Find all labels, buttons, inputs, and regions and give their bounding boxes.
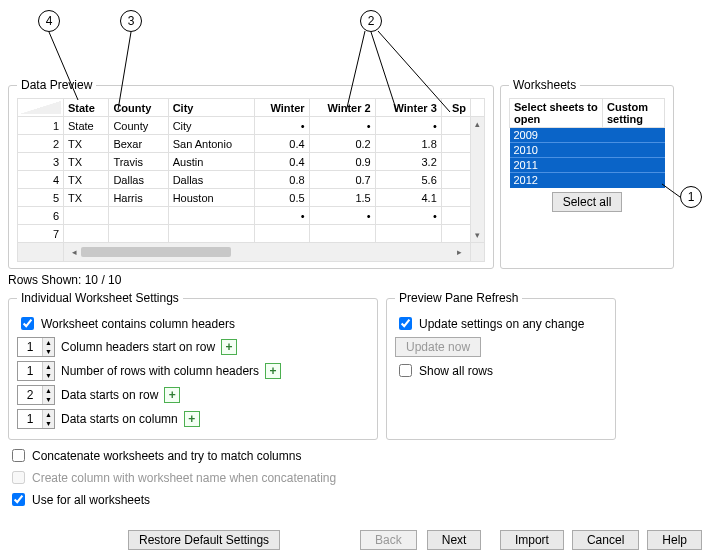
worksheet-name[interactable]: 2009 — [510, 128, 603, 143]
worksheet-custom[interactable] — [603, 128, 665, 143]
cell[interactable] — [441, 117, 470, 135]
cell[interactable] — [309, 225, 375, 243]
cell[interactable]: 1.5 — [309, 189, 375, 207]
plus-icon[interactable]: + — [184, 411, 200, 427]
row-number[interactable]: 5 — [18, 189, 64, 207]
worksheet-item[interactable]: 2010 — [510, 143, 665, 158]
cell[interactable]: • — [309, 117, 375, 135]
up-arrow-icon[interactable]: ▲ — [43, 386, 54, 395]
cell[interactable]: Harris — [109, 189, 168, 207]
data-start-col-input[interactable] — [18, 410, 42, 428]
cell[interactable]: Dallas — [168, 171, 254, 189]
cell[interactable]: 0.5 — [255, 189, 310, 207]
chevron-down-icon[interactable]: ▾ — [57, 106, 61, 115]
cell[interactable]: 0.2 — [309, 135, 375, 153]
cell[interactable] — [109, 207, 168, 225]
row-number[interactable]: 6 — [18, 207, 64, 225]
worksheet-custom[interactable] — [603, 158, 665, 173]
update-on-change-input[interactable] — [399, 317, 412, 330]
cell[interactable]: Bexar — [109, 135, 168, 153]
cell[interactable]: 3.2 — [375, 153, 441, 171]
cell[interactable] — [375, 225, 441, 243]
cell[interactable]: San Antonio — [168, 135, 254, 153]
scroll-left-icon[interactable]: ◂ — [70, 247, 79, 257]
cell[interactable] — [441, 171, 470, 189]
select-all-button[interactable]: Select all — [552, 192, 623, 212]
ws-col1[interactable]: Select sheets to open — [510, 99, 603, 128]
cancel-button[interactable]: Cancel — [572, 530, 639, 550]
down-arrow-icon[interactable]: ▼ — [43, 395, 54, 404]
worksheet-name[interactable]: 2011 — [510, 158, 603, 173]
cell[interactable]: 1.8 — [375, 135, 441, 153]
cell[interactable]: Travis — [109, 153, 168, 171]
row-number[interactable]: 3 — [18, 153, 64, 171]
down-arrow-icon[interactable]: ▼ — [43, 419, 54, 428]
cell[interactable]: County — [109, 117, 168, 135]
cell[interactable]: 5.6 — [375, 171, 441, 189]
worksheet-item[interactable]: 2011 — [510, 158, 665, 173]
plus-icon[interactable]: + — [221, 339, 237, 355]
cell[interactable]: • — [375, 207, 441, 225]
cell[interactable] — [441, 153, 470, 171]
concatenate-checkbox[interactable]: Concatenate worksheets and try to match … — [8, 446, 702, 465]
col-header-county[interactable]: County — [109, 99, 168, 117]
worksheet-item[interactable]: 2012 — [510, 173, 665, 188]
cell[interactable]: Houston — [168, 189, 254, 207]
cell[interactable]: • — [255, 117, 310, 135]
up-arrow-icon[interactable]: ▲ — [43, 338, 54, 347]
cell[interactable]: TX — [64, 189, 109, 207]
concatenate-input[interactable] — [12, 449, 25, 462]
cell[interactable] — [168, 225, 254, 243]
cell[interactable]: 0.9 — [309, 153, 375, 171]
ws-col2[interactable]: Custom setting — [603, 99, 665, 128]
data-start-col-stepper[interactable]: ▲▼ — [17, 409, 55, 429]
contains-headers-checkbox[interactable]: Worksheet contains column headers — [17, 314, 369, 333]
cell[interactable] — [255, 225, 310, 243]
row-number[interactable]: 4 — [18, 171, 64, 189]
vscrollbar[interactable]: ▴▾ — [471, 117, 485, 243]
col-header-sp[interactable]: Sp — [441, 99, 470, 117]
hscrollbar[interactable]: ◂▸ — [64, 243, 471, 262]
cell[interactable]: Austin — [168, 153, 254, 171]
headers-start-row-stepper[interactable]: ▲▼ — [17, 337, 55, 357]
cell[interactable]: • — [375, 117, 441, 135]
worksheet-item[interactable]: 2009 — [510, 128, 665, 143]
col-header-winter3[interactable]: Winter 3 — [375, 99, 441, 117]
cell[interactable]: 0.4 — [255, 135, 310, 153]
col-header-winter2[interactable]: Winter 2 — [309, 99, 375, 117]
col-header-state[interactable]: State — [64, 99, 109, 117]
worksheet-custom[interactable] — [603, 143, 665, 158]
cell[interactable]: TX — [64, 135, 109, 153]
row-number[interactable]: 1 — [18, 117, 64, 135]
cell[interactable]: 0.8 — [255, 171, 310, 189]
col-header-winter[interactable]: Winter — [255, 99, 310, 117]
cell[interactable]: • — [309, 207, 375, 225]
cell[interactable]: City — [168, 117, 254, 135]
num-header-rows-input[interactable] — [18, 362, 42, 380]
cell[interactable] — [168, 207, 254, 225]
restore-defaults-button[interactable]: Restore Default Settings — [128, 530, 280, 550]
up-arrow-icon[interactable]: ▲ — [43, 410, 54, 419]
cell[interactable]: 0.4 — [255, 153, 310, 171]
up-arrow-icon[interactable]: ▲ — [43, 362, 54, 371]
cell[interactable]: State — [64, 117, 109, 135]
show-all-rows-checkbox[interactable]: Show all rows — [395, 361, 607, 380]
cell[interactable] — [441, 207, 470, 225]
plus-icon[interactable]: + — [164, 387, 180, 403]
down-arrow-icon[interactable]: ▼ — [43, 347, 54, 356]
cell[interactable] — [441, 225, 470, 243]
update-on-change-checkbox[interactable]: Update settings on any change — [395, 314, 607, 333]
worksheet-name[interactable]: 2010 — [510, 143, 603, 158]
cell[interactable] — [441, 135, 470, 153]
row-number[interactable]: 7 — [18, 225, 64, 243]
cell[interactable]: • — [255, 207, 310, 225]
cell[interactable] — [64, 207, 109, 225]
cell[interactable]: 4.1 — [375, 189, 441, 207]
row-number[interactable]: 2 — [18, 135, 64, 153]
cell[interactable]: TX — [64, 171, 109, 189]
plus-icon[interactable]: + — [265, 363, 281, 379]
scroll-right-icon[interactable]: ▸ — [455, 247, 464, 257]
cell[interactable]: TX — [64, 153, 109, 171]
help-button[interactable]: Help — [647, 530, 702, 550]
num-header-rows-stepper[interactable]: ▲▼ — [17, 361, 55, 381]
